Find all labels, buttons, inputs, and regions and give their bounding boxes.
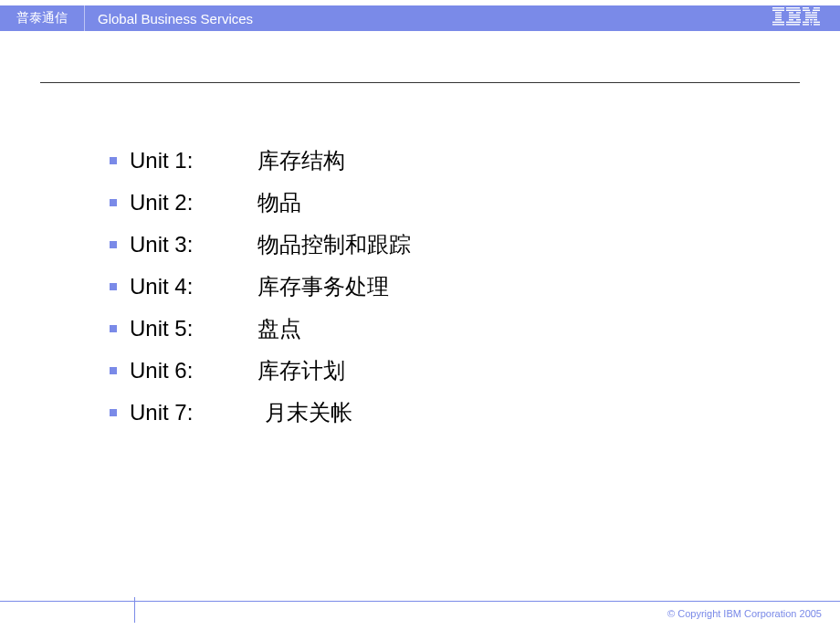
unit-desc: 盘点	[257, 314, 301, 343]
footer: © Copyright IBM Corporation 2005	[0, 601, 840, 623]
svg-rect-28	[814, 19, 817, 20]
svg-rect-10	[789, 12, 793, 13]
svg-rect-5	[775, 19, 782, 20]
svg-rect-25	[805, 16, 817, 17]
svg-rect-1	[772, 10, 784, 11]
svg-rect-21	[813, 10, 820, 11]
list-item: Unit 6: 库存计划	[110, 356, 411, 385]
svg-rect-14	[789, 19, 793, 20]
unit-label: Unit 4:	[130, 274, 248, 299]
svg-rect-11	[796, 12, 801, 13]
bullet-icon	[110, 409, 117, 416]
svg-rect-23	[812, 12, 817, 13]
svg-rect-12	[789, 15, 800, 16]
svg-rect-15	[796, 19, 801, 20]
svg-rect-32	[803, 24, 809, 25]
content-area: Unit 1: 库存结构 Unit 2: 物品 Unit 3: 物品控制和跟踪 …	[110, 146, 411, 440]
unit-label: Unit 3:	[130, 232, 248, 257]
unit-desc: 库存事务处理	[257, 272, 389, 301]
list-item: Unit 1: 库存结构	[110, 146, 411, 175]
unit-desc: 库存计划	[257, 356, 345, 385]
bullet-icon	[110, 241, 117, 248]
svg-rect-16	[786, 22, 801, 23]
svg-rect-18	[803, 7, 809, 8]
list-item: Unit 3: 物品控制和跟踪	[110, 230, 411, 259]
unit-label: Unit 5:	[130, 316, 248, 341]
svg-rect-30	[811, 22, 813, 23]
client-name: 普泰通信	[0, 5, 84, 31]
list-item: Unit 5: 盘点	[110, 314, 411, 343]
svg-rect-33	[811, 24, 812, 25]
svg-rect-31	[814, 22, 820, 23]
svg-rect-6	[772, 22, 784, 23]
unit-label: Unit 6:	[130, 358, 248, 383]
svg-rect-13	[789, 16, 800, 17]
svg-rect-0	[772, 7, 784, 8]
header-bar: 普泰通信 Global Business Services	[0, 5, 840, 31]
footer-line	[135, 601, 840, 602]
unit-label: Unit 7:	[130, 400, 248, 425]
title-underline	[40, 82, 800, 83]
bullet-icon	[110, 367, 117, 374]
copyright-text: © Copyright IBM Corporation 2005	[667, 608, 822, 619]
svg-rect-8	[786, 7, 800, 8]
svg-rect-20	[803, 10, 810, 11]
svg-rect-17	[786, 24, 800, 25]
svg-rect-29	[803, 22, 809, 23]
footer-line	[0, 601, 134, 602]
svg-rect-2	[775, 12, 782, 13]
bullet-icon	[110, 325, 117, 332]
svg-rect-22	[805, 12, 811, 13]
bullet-icon	[110, 157, 117, 164]
unit-label: Unit 1:	[130, 148, 248, 173]
unit-label: Unit 2:	[130, 190, 248, 215]
unit-desc: 物品	[257, 188, 301, 217]
svg-rect-3	[775, 15, 782, 16]
svg-rect-27	[810, 19, 813, 20]
unit-desc: 物品控制和跟踪	[257, 230, 411, 259]
unit-desc: 月末关帐	[265, 398, 352, 427]
list-item: Unit 7: 月末关帐	[110, 398, 411, 427]
ibm-logo-icon	[772, 7, 820, 29]
svg-rect-24	[805, 15, 817, 16]
bullet-icon	[110, 199, 117, 206]
svg-rect-4	[775, 16, 782, 17]
svg-rect-19	[814, 7, 820, 8]
svg-rect-26	[805, 19, 809, 20]
division-name: Global Business Services	[85, 5, 266, 31]
unit-desc: 库存结构	[257, 146, 345, 175]
bullet-icon	[110, 283, 117, 290]
list-item: Unit 4: 库存事务处理	[110, 272, 411, 301]
svg-rect-7	[772, 24, 784, 25]
svg-rect-9	[786, 10, 801, 11]
svg-rect-34	[814, 24, 820, 25]
list-item: Unit 2: 物品	[110, 188, 411, 217]
